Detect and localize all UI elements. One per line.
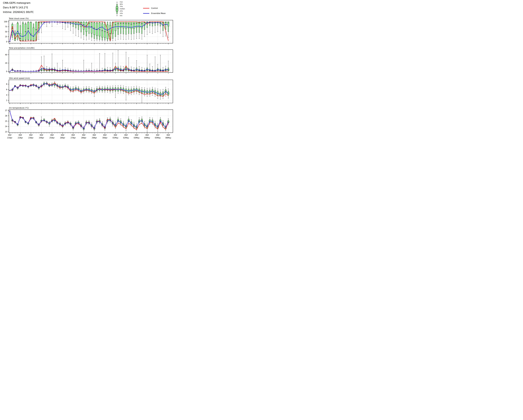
ytick-wind: 4 xyxy=(6,94,7,96)
control-line-swatch xyxy=(143,8,149,8)
ensemble-legend-entry: Ensemble Mean xyxy=(143,12,166,14)
xtick-hour: 00Z xyxy=(40,134,43,136)
xtick-hour: 00Z xyxy=(156,134,159,136)
xtick-day: 02May xyxy=(123,137,129,139)
panel-title-precip: Total precipitation (mm/6h) xyxy=(9,47,35,49)
xtick-day: 30Apr xyxy=(102,137,107,139)
ytick-cloud: 100 xyxy=(4,21,7,23)
panel-precip: 02040Total precipitation (mm/6h) xyxy=(5,47,173,73)
ytick-wind: 8 xyxy=(6,83,7,85)
xtick-hour: 00Z xyxy=(19,134,22,136)
xtick-hour: 00Z xyxy=(8,134,11,136)
xtick-hour: 00Z xyxy=(93,134,96,136)
xtick-day: 29Apr xyxy=(92,137,97,139)
xtick-day: 22Apr xyxy=(18,137,23,139)
ytick-temp: 23 xyxy=(5,131,7,133)
xtick-day: 06May xyxy=(165,137,171,139)
panel-title-cloud: Total cloud cover (%) xyxy=(9,17,29,20)
xtick-hour: 00Z xyxy=(29,134,33,136)
panel-wind: 246810m wind speed (m/s) xyxy=(6,77,173,104)
ytick-temp: 25 xyxy=(5,120,7,122)
legend-label-min: min xyxy=(120,15,123,16)
legend-label-75: 75% xyxy=(120,6,123,7)
xtick-hour: 00Z xyxy=(114,134,117,136)
legend-label-max: max xyxy=(120,1,123,3)
xtick-day: 01May xyxy=(113,137,118,139)
ytick-temp: 27 xyxy=(5,110,7,111)
xtick-day: 03May xyxy=(134,137,139,139)
x-axis-labels: 00Z21Apr00Z22Apr00Z23Apr00Z24Apr00Z25Apr… xyxy=(7,134,171,139)
legend-label-25: 25% xyxy=(120,10,123,12)
xtick-day: 26Apr xyxy=(60,137,65,139)
xtick-hour: 00Z xyxy=(103,134,106,136)
ytick-temp: 26 xyxy=(5,115,7,117)
ytick-cloud: 25 xyxy=(5,36,7,38)
xtick-day: 23Apr xyxy=(28,137,33,139)
inittime-subtitle: Initime: 20260421 00UTC xyxy=(3,11,34,14)
legend-label-median: median xyxy=(120,8,125,10)
xtick-day: 27Apr xyxy=(71,137,76,139)
ytick-precip: 40 xyxy=(5,54,7,56)
boxplots-temp xyxy=(9,111,169,132)
meteogram-figure: 0255075100Total cloud cover (%)02040Tota… xyxy=(0,0,174,140)
legend-label-90: 90% xyxy=(120,4,123,5)
xtick-day: 28Apr xyxy=(81,137,86,139)
meteogram-chart: 0255075100Total cloud cover (%)02040Tota… xyxy=(0,0,174,140)
ytick-cloud: 0 xyxy=(6,41,7,43)
xtick-hour: 00Z xyxy=(61,134,64,136)
control-legend-entry: Control xyxy=(143,7,158,9)
xtick-hour: 00Z xyxy=(50,134,54,136)
panel-title-temp: 2m temperature (°C) xyxy=(9,107,29,109)
control-legend-label: Control xyxy=(151,7,158,9)
panel-cloud: 0255075100Total cloud cover (%) xyxy=(4,17,173,44)
xtick-hour: 00Z xyxy=(72,134,75,136)
xtick-hour: 00Z xyxy=(124,134,128,136)
page-title: CMA-GEPS meteogram xyxy=(3,2,31,4)
ytick-wind: 2 xyxy=(6,99,7,102)
xtick-hour: 00Z xyxy=(82,134,85,136)
ytick-cloud: 50 xyxy=(5,31,7,33)
ensemble-line-swatch xyxy=(143,13,149,14)
xtick-day: 21Apr xyxy=(7,137,12,139)
xtick-hour: 00Z xyxy=(135,134,138,136)
ytick-cloud: 75 xyxy=(5,26,7,28)
ytick-temp: 24 xyxy=(5,126,7,127)
xtick-day: 24Apr xyxy=(39,137,44,139)
xtick-day: 04May xyxy=(144,137,150,139)
xtick-hour: 00Z xyxy=(167,134,170,136)
xtick-day: 05May xyxy=(155,137,161,139)
ensemble-legend-label: Ensemble Mean xyxy=(151,12,166,14)
legend-label-10: 10% xyxy=(120,13,123,14)
boxplot-legend-icon xyxy=(115,1,119,18)
ytick-precip: 0 xyxy=(6,71,7,72)
xtick-day: 25Apr xyxy=(49,137,55,139)
location-subtitle: Daru 9.08°S 143.2°E xyxy=(3,6,28,9)
xtick-hour: 00Z xyxy=(146,134,149,136)
boxplot-legend: max 90% 75% median 25% 10% min xyxy=(115,1,134,19)
ytick-wind: 6 xyxy=(6,88,7,91)
panel-temp: 23242526272m temperature (°C) xyxy=(5,107,173,134)
panel-title-wind: 10m wind speed (m/s) xyxy=(9,77,30,79)
ytick-precip: 20 xyxy=(5,62,7,64)
boxplots-precip xyxy=(9,50,169,71)
